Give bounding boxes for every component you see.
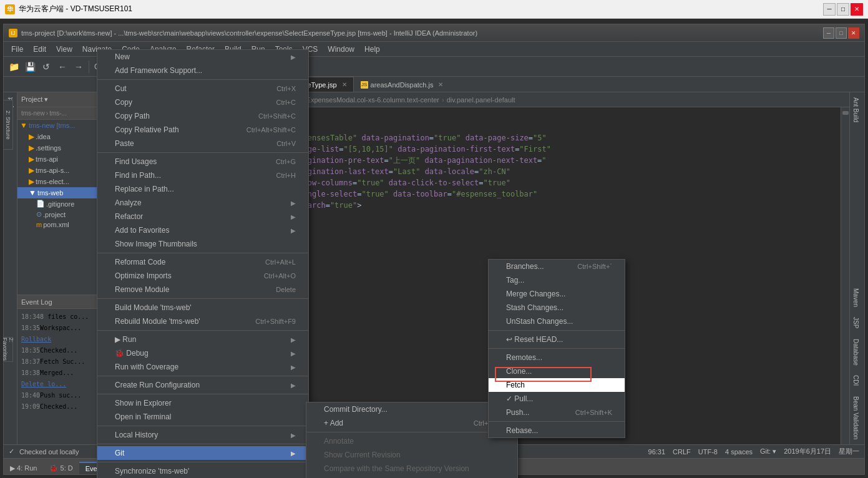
toolbar-back[interactable]: ← [55, 59, 70, 74]
ctx-terminal[interactable]: Open in Terminal [97, 410, 308, 424]
ctx-git[interactable]: Git ▶ [97, 446, 308, 460]
ctx-debug[interactable]: 🐞 Debug ▶ [97, 346, 308, 360]
menu-view[interactable]: View [51, 42, 77, 56]
minimize-button[interactable]: ─ [823, 3, 836, 16]
ctx-git-commit[interactable]: Commit Directory... [306, 402, 517, 416]
ctx-add-fw[interactable]: Add Framework Support... [97, 64, 308, 77]
os-title-bar: 华 华为云客户端 - VD-TMSUSER101 ─ □ ✕ [0, 0, 868, 19]
ctx-replace[interactable]: Replace in Path... [97, 182, 308, 196]
ctx-refactor-arrow: ▶ [291, 213, 296, 220]
ctx-create-run[interactable]: Create Run Configuration ▶ [97, 378, 308, 392]
ctx-reformat[interactable]: Reformat Code Ctrl+Alt+L [97, 255, 308, 269]
ctx-sep-1 [97, 79, 308, 80]
ctx-optimize-label: Optimize Imports [115, 271, 172, 280]
ij-minimize[interactable]: ─ [823, 27, 834, 39]
tab-dispatch-js[interactable]: JS areasAndDispatch.js ✕ [354, 77, 451, 92]
ctx-copy-shortcut: Ctrl+C [276, 99, 296, 106]
log-delete-link[interactable]: Delete lo... [21, 381, 66, 388]
ctx-refactor[interactable]: Refactor ▶ [97, 210, 308, 223]
ctx-git-add[interactable]: + Add Ctrl+Alt+A [306, 416, 517, 430]
ctx-analyze[interactable]: Analyze ▶ [97, 196, 308, 210]
ctx-remove-module[interactable]: Remove Module Delete [97, 283, 308, 296]
ctx-favorites-arrow: ▶ [291, 227, 296, 234]
ctx-repo-clone[interactable]: Clone... [489, 364, 625, 378]
right-maven[interactable]: Maven [850, 283, 864, 312]
ctx-repo-pull[interactable]: ✓ Pull... [489, 392, 625, 406]
ctx-sep-6 [97, 376, 308, 376]
ctx-git-sep1 [306, 432, 517, 432]
ctx-sep-3 [97, 253, 308, 253]
menu-window[interactable]: Window [323, 42, 359, 56]
tree-project-label: .project [43, 211, 66, 218]
toolbar-save[interactable]: 💾 [22, 59, 37, 74]
ij-window-controls[interactable]: ─ □ ✕ [823, 27, 859, 39]
toolbar-fwd[interactable]: → [71, 59, 86, 74]
toolbar-sync[interactable]: ↺ [39, 59, 54, 74]
ctx-repo-unstash[interactable]: UnStash Changes... [489, 315, 625, 328]
ctx-remove-module-label: Remove Module [115, 285, 169, 294]
ctx-copy[interactable]: Copy Ctrl+C [97, 95, 308, 109]
side-favorites[interactable]: 2: Favorites [2, 338, 14, 361]
file-icon-pom: m [36, 221, 42, 228]
ctx-build[interactable]: Build Module 'tms-web' [97, 301, 308, 315]
right-bean[interactable]: Bean Validation [850, 391, 864, 444]
ctx-run[interactable]: ▶ Run ▶ [97, 333, 308, 346]
ctx-sync[interactable]: Synchronize 'tms-web' [97, 464, 308, 478]
menu-file[interactable]: File [6, 42, 28, 56]
ctx-cut[interactable]: Cut Ctrl+X [97, 82, 308, 95]
ctx-repo-fetch[interactable]: Fetch [489, 378, 625, 392]
ctx-favorites[interactable]: Add to Favorites ▶ [97, 223, 308, 237]
ctx-remove-shortcut: Delete [276, 286, 296, 293]
ctx-git-annotate: Annotate [306, 434, 517, 448]
ctx-git-arrow: ▶ [291, 450, 296, 457]
restore-button[interactable]: □ [837, 3, 849, 16]
ij-close[interactable]: ✕ [848, 27, 859, 39]
ctx-find-path-label: Find in Path... [115, 171, 161, 180]
log-rollback-link[interactable]: Rollback [21, 336, 51, 343]
close-button[interactable]: ✕ [851, 3, 863, 16]
ctx-local-history[interactable]: Local History ▶ [97, 428, 308, 442]
ctx-repo-rebase[interactable]: Rebase... [489, 424, 625, 437]
ctx-new-arrow: ▶ [291, 54, 296, 61]
ctx-show-explorer[interactable]: Show in Explorer [97, 396, 308, 410]
menu-edit[interactable]: Edit [28, 42, 51, 56]
log-time-1: 18:348 [21, 313, 47, 320]
ctx-copy-rel[interactable]: Copy Relative Path Ctrl+Alt+Shift+C [97, 123, 308, 137]
ctx-find-path[interactable]: Find in Path... Ctrl+H [97, 168, 308, 182]
right-jsp[interactable]: JSP [850, 312, 864, 333]
log-time-3: 18:35 [21, 347, 40, 354]
toolbar-open[interactable]: 📁 [6, 59, 21, 74]
bottom-tab-debug[interactable]: 🐞 5: D [43, 462, 79, 474]
ctx-rebuild[interactable]: Rebuild Module 'tms-web' Ctrl+Shift+F9 [97, 315, 308, 328]
editor-scrollbar[interactable] [841, 107, 849, 444]
ctx-repo-tag[interactable]: Tag... [489, 273, 625, 287]
ctx-repo-stash[interactable]: Stash Changes... [489, 301, 625, 315]
ctx-paste-shortcut: Ctrl+V [276, 140, 296, 147]
side-structure[interactable]: 2: Structure [5, 110, 11, 140]
tab-dispatch-close[interactable]: ✕ [438, 81, 443, 88]
ctx-paste[interactable]: Paste Ctrl+V [97, 137, 308, 150]
ctx-new[interactable]: New ▶ [97, 50, 308, 64]
right-panels: Ant Build Maven JSP Database CDI Bean Va… [849, 92, 864, 444]
bottom-tab-run[interactable]: ▶ 4: Run [4, 462, 43, 474]
ctx-repo-remotes[interactable]: Remotes... [489, 351, 625, 364]
context-menu-repo: Branches... Ctrl+Shift+` Tag... Merge Ch… [488, 259, 625, 438]
log-time-4: 18:37 [21, 358, 40, 365]
ctx-coverage[interactable]: Run with Coverage ▶ [97, 360, 308, 374]
ctx-repo-merge[interactable]: Merge Changes... [489, 287, 625, 301]
window-controls[interactable]: ─ □ ✕ [823, 3, 863, 16]
ctx-optimize[interactable]: Optimize Imports Ctrl+Alt+O [97, 269, 308, 283]
tab-select-close[interactable]: ✕ [342, 81, 347, 88]
right-database[interactable]: Database [850, 334, 864, 371]
ctx-repo-push[interactable]: Push... Ctrl+Shift+K [489, 406, 625, 419]
ctx-repo-branches[interactable]: Branches... Ctrl+Shift+` [489, 260, 625, 273]
menu-help[interactable]: Help [359, 42, 385, 56]
ctx-repo-reset[interactable]: ↩ Reset HEAD... [489, 333, 625, 346]
ij-restore[interactable]: □ [836, 27, 847, 39]
ctx-thumbnails[interactable]: Show Image Thumbnails [97, 237, 308, 251]
ctx-find-usages[interactable]: Find Usages Ctrl+G [97, 155, 308, 168]
ctx-copy-path[interactable]: Copy Path Ctrl+Shift+C [97, 109, 308, 123]
ctx-show-explorer-label: Show in Explorer [115, 399, 172, 407]
right-cdi[interactable]: CDI [850, 370, 864, 391]
right-ant-build[interactable]: Ant Build [850, 92, 864, 127]
